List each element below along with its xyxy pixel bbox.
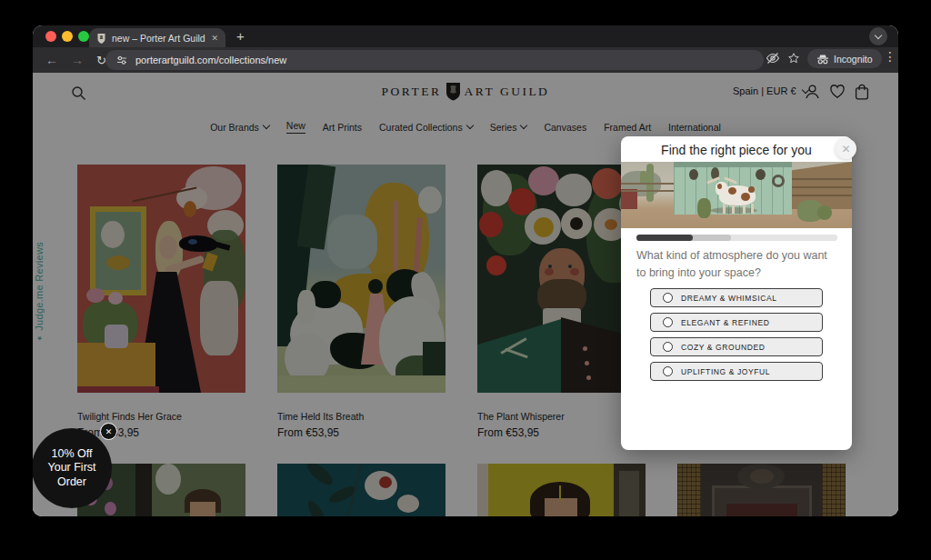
radio-icon[interactable] xyxy=(663,317,673,327)
quiz-option-cozy[interactable]: COZY & GROUNDED xyxy=(650,337,823,356)
bookmark-star-icon[interactable] xyxy=(787,52,800,65)
url-text: porterartguild.com/collections/new xyxy=(135,55,286,65)
quiz-hero-image xyxy=(621,162,852,228)
discount-badge[interactable]: 10% Off Your First Order xyxy=(33,428,112,508)
discount-line: 10% Off xyxy=(52,447,93,462)
modal-close-icon[interactable]: ✕ xyxy=(836,138,856,159)
back-icon[interactable]: ← xyxy=(45,54,58,66)
favicon-crest-icon xyxy=(96,33,106,44)
tab-strip: new – Porter Art Guild ✕ + xyxy=(33,25,898,47)
quiz-progress-bar xyxy=(636,235,837,241)
incognito-badge: Incognito xyxy=(807,49,882,68)
site-info-icon[interactable] xyxy=(116,55,127,65)
window-close-button[interactable] xyxy=(45,31,56,42)
quiz-modal: Find the right piece for you ✕ xyxy=(621,136,852,450)
tab-close-icon[interactable]: ✕ xyxy=(211,34,218,43)
quiz-option-elegant[interactable]: ELEGANT & REFINED xyxy=(650,313,823,332)
new-tab-button[interactable]: + xyxy=(236,27,245,45)
forward-icon[interactable]: → xyxy=(71,54,84,66)
discount-badge-close-icon[interactable]: ✕ xyxy=(100,423,117,440)
eye-off-icon[interactable] xyxy=(766,52,780,65)
discount-line: Your First xyxy=(47,461,95,475)
incognito-label: Incognito xyxy=(834,54,873,65)
tab-title: new – Porter Art Guild xyxy=(112,33,211,44)
progress-fill-primary xyxy=(636,235,693,241)
quiz-question: What kind of atmosphere do you want to b… xyxy=(636,247,838,283)
window-minimize-button[interactable] xyxy=(62,31,73,42)
quiz-option-uplifting[interactable]: UPLIFTING & JOYFUL xyxy=(650,362,823,381)
incognito-icon xyxy=(816,54,829,65)
radio-icon[interactable] xyxy=(663,366,673,376)
radio-icon[interactable] xyxy=(663,342,673,352)
tab-search-chevron-button[interactable] xyxy=(869,27,887,45)
radio-icon[interactable] xyxy=(663,293,673,303)
discount-line: Order xyxy=(57,475,86,490)
modal-title: Find the right piece for you xyxy=(621,143,852,157)
address-bar[interactable]: porterartguild.com/collections/new xyxy=(105,50,764,70)
browser-window: new – Porter Art Guild ✕ + ← → ↻ portera… xyxy=(33,25,898,516)
browser-tab[interactable]: new – Porter Art Guild ✕ xyxy=(89,28,225,47)
quiz-option-dreamy[interactable]: DREAMY & WHIMSICAL xyxy=(650,288,823,307)
window-zoom-button[interactable] xyxy=(78,31,89,42)
browser-menu-icon[interactable]: ⋮ xyxy=(884,49,896,64)
page-content: PORTER ART GUILD Spain | EUR € Our xyxy=(33,73,898,516)
